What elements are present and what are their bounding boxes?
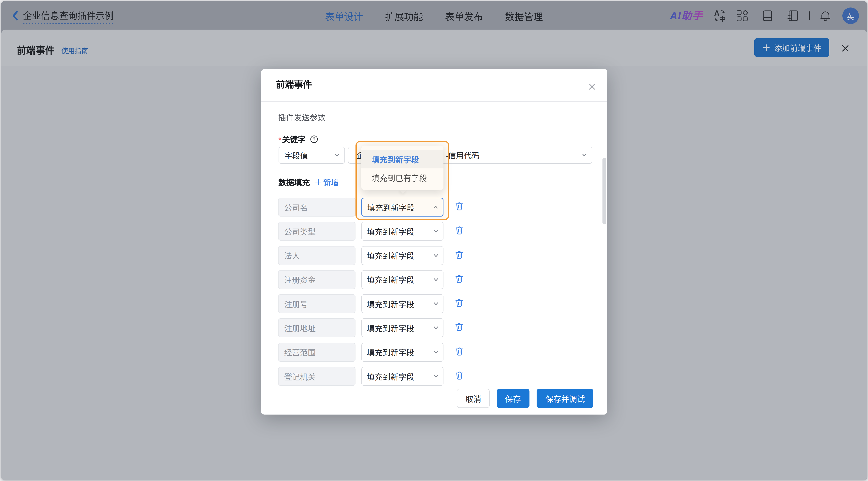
field-name-input[interactable]: 注册资金: [278, 270, 355, 289]
nav-tab-data-manage[interactable]: 数据管理: [505, 12, 543, 22]
fill-action-select[interactable]: 填充到新字段: [362, 246, 443, 265]
trash-icon[interactable]: [455, 298, 463, 307]
modal-title: 前端事件: [276, 80, 312, 89]
nav-tab-form-design[interactable]: 表单设计: [325, 12, 363, 22]
nav-tab-extensions[interactable]: 扩展功能: [385, 12, 423, 22]
datafill-row: 法人 填充到新字段: [261, 246, 607, 265]
chevron-down-icon: [334, 152, 340, 158]
chevron-down-icon: [581, 152, 587, 158]
add-frontend-event-label: 添加前端事件: [774, 42, 822, 54]
save-and-debug-button[interactable]: 保存并调试: [537, 389, 594, 408]
modal-header: 前端事件: [261, 69, 607, 102]
add-frontend-event-button[interactable]: 添加前端事件: [754, 38, 829, 57]
nav-tab-form-publish[interactable]: 表单发布: [445, 12, 483, 22]
panel-close-icon[interactable]: [842, 45, 848, 52]
trash-icon[interactable]: [455, 371, 463, 380]
modal-close-icon[interactable]: [589, 84, 595, 89]
fill-action-value: 填充到新字段: [362, 347, 414, 358]
svg-text:中: 中: [719, 15, 725, 23]
chevron-down-icon: [433, 300, 439, 307]
datafill-row: 经营范围 填充到新字段: [261, 343, 607, 362]
page: 企业信息查询插件示例 表单设计 扩展功能 表单发布 数据管理 AI助手 A 中: [0, 0, 868, 481]
fill-action-value: 填充到新字段: [362, 298, 414, 310]
field-name-value: 注册号: [279, 298, 308, 310]
datafill-label: 数据填充: [278, 176, 310, 188]
field-name-value: 经营范围: [279, 347, 316, 358]
notebook-icon[interactable]: [787, 10, 799, 22]
fill-action-select[interactable]: 填充到新字段: [362, 367, 443, 386]
help-icon[interactable]: ?: [310, 135, 318, 143]
chevron-down-icon: [432, 204, 439, 210]
modal-scrollbar-thumb[interactable]: [602, 158, 606, 224]
usage-guide-link[interactable]: 使用指南: [61, 47, 88, 54]
chevron-down-icon: [433, 373, 439, 379]
chevron-down-icon: [433, 252, 439, 259]
svg-text:A: A: [714, 9, 719, 18]
book-icon[interactable]: [762, 10, 773, 22]
field-name-value: 注册资金: [279, 274, 316, 285]
keyword-type-value: 字段值: [279, 149, 308, 161]
bell-icon[interactable]: [820, 10, 831, 21]
add-row-label: 新增: [323, 176, 339, 188]
plus-icon: [315, 179, 321, 185]
fill-action-select[interactable]: 填充到新字段: [362, 294, 443, 313]
trash-icon[interactable]: [455, 275, 463, 283]
field-name-input[interactable]: 法人: [278, 246, 355, 265]
trash-icon[interactable]: [455, 347, 463, 356]
app-window: 企业信息查询插件示例 表单设计 扩展功能 表单发布 数据管理 AI助手 A 中: [1, 1, 867, 480]
fill-action-select[interactable]: 填充到新字段: [362, 222, 443, 241]
datafill-row: 注册资金 填充到新字段: [261, 270, 607, 289]
field-name-input[interactable]: 公司类型: [278, 222, 355, 241]
panel-header: 前端事件 使用指南 添加前端事件: [1, 30, 867, 66]
cancel-button[interactable]: 取消: [457, 389, 490, 408]
ai-assistant-logo[interactable]: AI助手: [670, 11, 703, 21]
dropdown-option-label: 填充到新字段: [362, 154, 419, 165]
plus-icon: [762, 44, 770, 52]
datafill-rows: 公司名 填充到新字段 公司类型 填充到新字段: [261, 198, 607, 391]
field-name-input[interactable]: 注册地址: [278, 319, 355, 338]
plugin-params-label: 插件发送参数: [278, 114, 326, 122]
field-name-value: 登记机关: [279, 371, 316, 382]
datafill-row: 公司类型 填充到新字段: [261, 222, 607, 241]
fill-action-select[interactable]: 填充到新字段: [362, 198, 443, 217]
avatar[interactable]: 英: [842, 7, 859, 24]
datafill-row: 注册号 填充到新字段: [261, 294, 607, 313]
fill-action-select[interactable]: 填充到新字段: [362, 343, 443, 362]
apps-icon[interactable]: [736, 10, 748, 22]
chevron-down-icon: [433, 325, 439, 331]
trash-icon[interactable]: [455, 226, 463, 235]
fill-action-value: 填充到新字段: [362, 201, 415, 213]
field-name-input[interactable]: 公司名: [278, 198, 355, 217]
field-name-value: 公司类型: [279, 226, 316, 237]
datafill-row: 登记机关 填充到新字段: [261, 367, 607, 386]
keyword-label-row: * 关键字 ?: [278, 135, 318, 143]
field-name-input[interactable]: 登记机关: [278, 367, 355, 386]
dropdown-option[interactable]: 填充到已有字段: [362, 168, 444, 187]
keyword-type-select[interactable]: 字段值: [278, 147, 345, 163]
fill-action-value: 填充到新字段: [362, 226, 414, 237]
required-mark: *: [278, 136, 282, 144]
keyword-label: 关键字: [282, 135, 306, 143]
datafill-row: 注册地址 填充到新字段: [261, 319, 607, 338]
trash-icon[interactable]: [455, 323, 463, 331]
save-button[interactable]: 保存: [497, 389, 529, 408]
datafill-label-row: 数据填充 新增: [278, 177, 339, 187]
field-name-input[interactable]: 注册号: [278, 294, 355, 313]
field-name-value: 注册地址: [279, 322, 316, 334]
field-name-input[interactable]: 经营范围: [278, 343, 355, 362]
frontend-event-modal: 前端事件 插件发送参数 * 关键字 ?: [261, 69, 607, 414]
trash-icon[interactable]: [455, 250, 463, 259]
field-name-value: 法人: [279, 250, 300, 261]
trash-icon[interactable]: [455, 202, 463, 211]
fill-action-value: 填充到新字段: [362, 322, 414, 334]
fill-action-select[interactable]: 填充到新字段: [362, 319, 443, 338]
add-row-link[interactable]: 新增: [315, 176, 339, 188]
translate-icon[interactable]: A 中: [714, 9, 726, 23]
chevron-down-icon: [433, 349, 439, 355]
fill-action-value: 填充到新字段: [362, 274, 414, 285]
dropdown-option-selected[interactable]: 填充到新字段: [362, 150, 444, 168]
fill-action-select[interactable]: 填充到新字段: [362, 270, 443, 289]
keyword-field-value-right: -信用代码: [445, 149, 479, 161]
navbar-right: AI助手 A 中: [670, 2, 859, 30]
avatar-text: 英: [847, 10, 855, 21]
